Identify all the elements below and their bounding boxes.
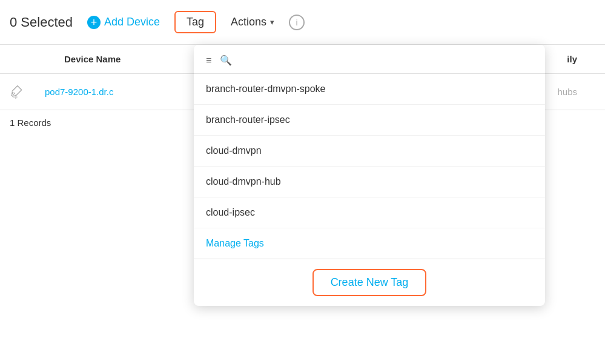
list-item[interactable]: cloud-ipsec bbox=[194, 197, 545, 228]
search-icon: 🔍 bbox=[220, 55, 232, 66]
search-input[interactable] bbox=[238, 55, 533, 66]
info-icon[interactable]: i bbox=[289, 15, 305, 30]
list-item[interactable]: branch-router-dmvpn-spoke bbox=[194, 74, 545, 105]
toolbar: 0 Selected + Add Device Tag Actions ▾ i bbox=[0, 0, 605, 45]
create-new-tag-row: Create New Tag bbox=[194, 259, 545, 306]
column-device-name: Device Name bbox=[64, 54, 121, 64]
create-new-tag-button[interactable]: Create New Tag bbox=[312, 269, 427, 296]
actions-label: Actions bbox=[231, 16, 266, 28]
filter-icon: ≡ bbox=[206, 55, 211, 66]
manage-tags-item[interactable]: Manage Tags bbox=[194, 228, 545, 259]
col-hubs: hubs bbox=[557, 87, 595, 97]
chevron-down-icon: ▾ bbox=[270, 18, 274, 27]
list-item[interactable]: branch-router-ipsec bbox=[194, 105, 545, 136]
selected-count: 0 Selected bbox=[10, 15, 73, 30]
actions-button[interactable]: Actions ▾ bbox=[231, 16, 274, 28]
tag-icon: 🏷 bbox=[6, 82, 27, 102]
add-device-button[interactable]: + Add Device bbox=[87, 16, 160, 29]
list-item[interactable]: cloud-dmvpn-hub bbox=[194, 167, 545, 197]
tag-dropdown: ≡ 🔍 branch-router-dmvpn-spoke branch-rou… bbox=[194, 45, 545, 306]
plus-icon: + bbox=[87, 16, 101, 29]
list-item[interactable]: cloud-dmvpn bbox=[194, 136, 545, 167]
device-link[interactable]: pod7-9200-1.dr.c bbox=[45, 87, 113, 97]
tag-button[interactable]: Tag bbox=[174, 11, 216, 33]
add-device-label: Add Device bbox=[104, 16, 160, 28]
column-family: ily bbox=[567, 54, 595, 64]
dropdown-search-row: ≡ 🔍 bbox=[194, 45, 545, 74]
